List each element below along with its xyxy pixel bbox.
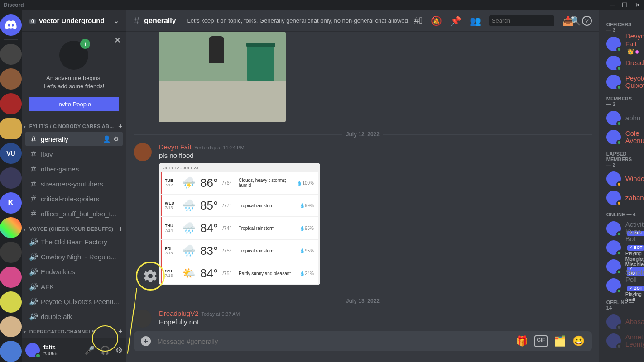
server-icon[interactable]: VU [0,143,22,164]
member-avatar [606,111,621,125]
attach-button[interactable]: + [141,336,151,346]
chat-scroll[interactable]: July 12, 2022 Devyn Fait Yesterday at 11… [126,32,599,331]
member-avatar [606,333,621,348]
server-header[interactable]: 0Vector Underground ⌄ [22,10,126,32]
message-attachment-image[interactable] [159,32,286,122]
hash-icon: # [29,149,38,159]
server-icon[interactable] [0,267,22,288]
category-header[interactable]: ▾ VOYCE (CHECK YOUR DEBUFFS)+ [22,221,126,234]
message-timestamp: Yesterday at 11:24 PM [194,145,245,150]
member-item[interactable]: Devyn Fait👑◆ [603,34,640,53]
voice-channel[interactable]: 🔊Cowboy Night - Regula... [25,249,123,264]
annotation-gear-highlight [136,262,165,291]
settings-icon[interactable]: ⚙ [115,345,123,355]
voice-channel[interactable]: 🔊The Old Bean Factory [25,234,123,249]
add-channel-icon[interactable]: + [118,328,123,336]
text-channel[interactable]: #other-games [25,162,123,176]
server-icon[interactable] [0,118,22,139]
server-icon[interactable] [0,341,22,362]
notifications-icon[interactable]: 🔕 [431,15,442,26]
message-input[interactable] [157,338,509,345]
headphones-icon[interactable]: 🎧 [100,345,110,355]
add-channel-icon[interactable]: + [118,122,123,130]
speaker-icon: 🔊 [29,238,38,246]
server-name: Vector Underground [39,17,105,24]
category-header[interactable]: ▾ DEPRECATED-CHANNELS+ [22,324,126,337]
add-channel-icon[interactable]: + [118,225,123,233]
text-channel[interactable]: #officer_stuff_but_also_t... [25,206,123,221]
member-item[interactable]: Peyote Quixote [603,72,640,91]
user-avatar[interactable] [25,343,40,357]
weather-day-row: SAT7/16🌤️84°/75°Partly sunny and pleasan… [161,262,318,284]
inbox-icon[interactable]: 📥 [562,15,574,26]
crown-icon: 👑 [627,48,634,55]
member-name: Peyote Quixote [625,75,644,90]
text-channel[interactable]: #generally👤⚙ [25,132,123,146]
server-icon[interactable] [0,167,22,189]
sticker-icon[interactable]: 🗂️ [554,335,566,347]
gift-icon[interactable]: 🎁 [516,335,528,347]
server-icon[interactable] [0,93,22,114]
member-item[interactable]: Cole Avenue [603,128,640,147]
member-item[interactable]: zahan [603,188,640,207]
member-avatar [606,37,621,51]
author-avatar[interactable] [134,143,152,161]
member-item[interactable]: aphu [603,109,640,128]
text-channel[interactable]: #ffxiv [25,147,123,161]
home-button[interactable] [0,14,22,36]
member-name: Annet Leontyne [625,333,644,348]
member-item[interactable]: Kupo Bot✓ BOTPlaying Moogle Mischief [603,238,640,257]
voice-channel[interactable]: 🔊AFK [25,279,123,294]
message-author[interactable]: Devyn Fait [159,143,192,151]
message-author[interactable]: DreadplugV2 [159,310,199,317]
member-item[interactable]: Simple Poll✓ BOTPlaying /poll [603,276,640,295]
server-icon[interactable] [0,68,22,90]
invite-line1: An adventure begins. [46,75,102,81]
weather-embed: JULY 12 - JULY 23 TUE7/12⛈️86°/76°Clouds… [159,163,320,285]
username: faits [43,344,81,351]
close-invite-icon[interactable]: ✕ [114,35,121,45]
author-avatar[interactable] [134,310,152,328]
threads-icon[interactable]: #⃣ [414,15,422,26]
members-icon[interactable]: 👥 [470,15,481,26]
mic-icon[interactable]: 🎤 [85,345,95,355]
speaker-icon: 🔊 [29,267,38,276]
search-input[interactable] [492,17,568,24]
member-group-header: ONLINE — 4 [603,207,640,219]
server-icon[interactable] [0,217,22,238]
server-icon[interactable] [0,291,22,313]
help-icon[interactable]: ? [582,16,592,26]
category-header[interactable]: ▾ FYI IT'S / C NOBODY CARES AB...+ [22,119,126,131]
search-box[interactable]: 🔍 [489,15,554,26]
voice-channel[interactable]: 🔊double afk [25,309,123,324]
member-item[interactable]: Annet Leontyne [603,331,640,350]
server-icon[interactable]: K [0,192,22,214]
text-channel[interactable]: #streamers-youtubers [25,176,123,191]
channel-name: The Old Bean Factory [41,238,119,246]
invite-card: ✕ + An adventure begins. Let's add some … [22,32,126,119]
invite-line2: Let's add some friends! [43,83,104,90]
invite-channel-icon[interactable]: 👤 [103,135,111,143]
maximize-icon[interactable]: ☐ [622,1,628,9]
pinned-icon[interactable]: 📌 [450,15,461,26]
voice-channel[interactable]: 🔊Peyote Quixote's Peenu... [25,294,123,309]
member-item[interactable]: Abasa [603,312,640,331]
text-channel[interactable]: #critical-role-spoilers [25,191,123,206]
gif-icon[interactable]: GIF [534,335,547,347]
member-item[interactable]: Windcat [603,169,640,188]
member-name: Cole Avenue [625,130,644,145]
channel-topic: Let's keep it on topic, folks. Generally… [187,17,410,24]
invite-button[interactable]: Invite People [29,97,119,111]
close-icon[interactable]: ✕ [635,1,640,9]
voice-channel[interactable]: 🔊Endwalkies [25,264,123,279]
server-icon[interactable] [0,44,22,65]
server-icon[interactable] [0,242,22,263]
server-icon[interactable] [0,316,22,338]
channel-settings-icon[interactable]: ⚙ [113,135,119,143]
minimize-icon[interactable]: ─ [610,1,615,9]
member-avatar [606,56,621,70]
emoji-icon[interactable]: 😀 [572,335,585,347]
main-panel: # generally Let's keep it on topic, folk… [126,10,599,362]
member-item[interactable]: DreadplugV2 [603,53,640,72]
speaker-icon: 🔊 [29,252,38,261]
